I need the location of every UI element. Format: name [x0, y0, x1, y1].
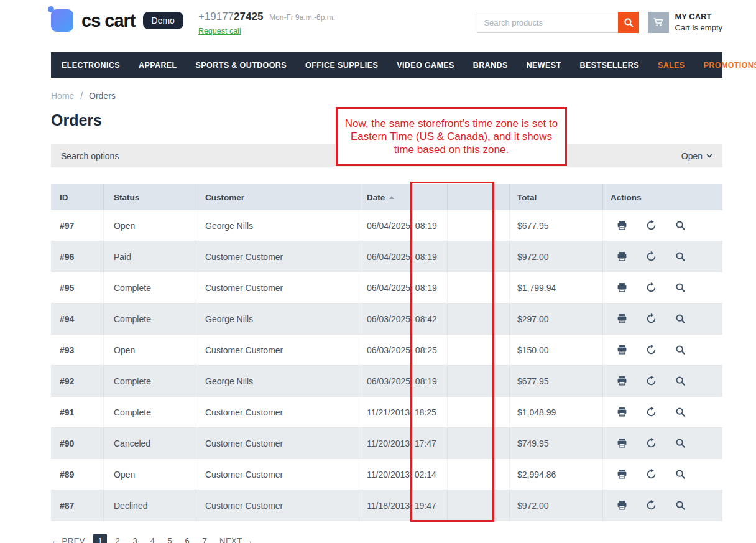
working-hours: Mon-Fr 9a.m.-6p.m. [269, 13, 335, 22]
chevron-down-icon [706, 154, 712, 158]
view-order-button[interactable] [675, 345, 686, 355]
search-button[interactable] [618, 12, 639, 33]
print-order-button[interactable] [617, 407, 627, 417]
pagination-prev[interactable]: ← PREV [51, 536, 85, 543]
nav-item-electronics[interactable]: ELECTRONICS [52, 61, 129, 70]
view-order-button[interactable] [675, 282, 686, 293]
pagination-page-1[interactable]: 1 [93, 534, 107, 543]
order-customer: George Nills [196, 210, 359, 241]
order-total: $297.00 [510, 304, 603, 335]
view-order-button[interactable] [675, 376, 686, 386]
order-actions [603, 304, 722, 335]
magnifier-icon [675, 251, 686, 262]
status-filter-dropdown[interactable]: Open [681, 151, 712, 161]
order-customer: Customer Customer [196, 272, 359, 304]
nav-item-promotions[interactable]: PROMOTIONS [694, 61, 756, 70]
reorder-button[interactable] [646, 438, 657, 448]
reorder-button[interactable] [646, 407, 657, 417]
print-order-button[interactable] [617, 438, 627, 448]
print-order-button[interactable] [617, 313, 627, 324]
order-date: 11/18/2013, 19:47 [359, 490, 448, 521]
search-icon [624, 17, 634, 28]
breadcrumb-home-link[interactable]: Home [51, 91, 74, 101]
view-order-button[interactable] [675, 438, 686, 448]
search-input[interactable] [477, 12, 618, 33]
column-header-customer[interactable]: Customer [196, 184, 359, 210]
nav-item-brands[interactable]: BRANDS [464, 61, 517, 70]
table-row: #97 Open George Nills 06/04/2025, 08:19 … [51, 210, 722, 241]
pagination-page-6[interactable]: 6 [180, 534, 194, 543]
pagination-page-4[interactable]: 4 [145, 534, 159, 543]
refresh-icon [646, 407, 657, 417]
order-spacer-cell [448, 272, 510, 304]
view-order-button[interactable] [675, 407, 686, 417]
reorder-button[interactable] [646, 469, 657, 480]
logo[interactable]: cs cart Demo [51, 9, 183, 32]
breadcrumb-current: Orders [89, 91, 116, 101]
nav-item-newest[interactable]: NEWEST [517, 61, 571, 70]
nav-item-bestsellers[interactable]: BESTSELLERS [571, 61, 648, 70]
order-total: $1,048.99 [510, 397, 603, 428]
order-status: Paid [104, 241, 196, 272]
print-order-button[interactable] [617, 500, 627, 511]
order-date: 11/20/2013, 02:14 [359, 459, 448, 490]
magnifier-icon [675, 407, 686, 417]
order-customer: Customer Customer [196, 241, 359, 272]
page-title: Orders [51, 111, 722, 129]
order-spacer-cell [448, 459, 510, 490]
order-id: #96 [51, 241, 104, 272]
search-options-bar[interactable]: Search options Open [51, 144, 722, 167]
column-header-total[interactable]: Total [510, 184, 603, 210]
order-status: Open [104, 210, 196, 241]
view-order-button[interactable] [675, 220, 686, 231]
column-header-status[interactable]: Status [104, 184, 196, 210]
reorder-button[interactable] [646, 313, 657, 324]
print-order-button[interactable] [617, 469, 627, 480]
table-row: #96 Paid Customer Customer 06/04/2025, 0… [51, 241, 722, 272]
order-id: #91 [51, 397, 104, 428]
column-header-spacer [448, 184, 510, 210]
nav-item-sports-outdoors[interactable]: SPORTS & OUTDOORS [187, 61, 296, 70]
request-call-link[interactable]: Request call [198, 27, 241, 35]
column-header-date[interactable]: Date [359, 184, 448, 210]
reorder-button[interactable] [646, 282, 657, 293]
mini-cart[interactable]: MY CART Cart is empty [648, 12, 722, 33]
pagination-page-3[interactable]: 3 [128, 534, 142, 543]
printer-icon [617, 345, 627, 355]
reorder-button[interactable] [646, 500, 657, 511]
pagination-next[interactable]: NEXT → [219, 536, 253, 543]
view-order-button[interactable] [675, 313, 686, 324]
print-order-button[interactable] [617, 282, 627, 293]
nav-item-video-games[interactable]: VIDEO GAMES [387, 61, 464, 70]
nav-item-office-supplies[interactable]: OFFICE SUPPLIES [296, 61, 387, 70]
reorder-button[interactable] [646, 345, 657, 355]
view-order-button[interactable] [675, 500, 686, 511]
refresh-icon [646, 345, 657, 355]
view-order-button[interactable] [675, 469, 686, 480]
print-order-button[interactable] [617, 251, 627, 262]
reorder-button[interactable] [646, 220, 657, 231]
pagination-page-5[interactable]: 5 [163, 534, 177, 543]
view-order-button[interactable] [675, 251, 686, 262]
printer-icon [617, 313, 627, 324]
column-header-actions: Actions [603, 184, 722, 210]
print-order-button[interactable] [617, 376, 627, 386]
order-actions [603, 241, 722, 272]
column-header-id[interactable]: ID [51, 184, 104, 210]
print-order-button[interactable] [617, 220, 627, 231]
reorder-button[interactable] [646, 251, 657, 262]
order-actions [603, 210, 722, 241]
nav-item-apparel[interactable]: APPAREL [129, 61, 187, 70]
pagination-page-7[interactable]: 7 [198, 534, 211, 543]
pagination-page-2[interactable]: 2 [111, 534, 124, 543]
print-order-button[interactable] [617, 345, 627, 355]
order-actions [603, 272, 722, 304]
reorder-button[interactable] [646, 376, 657, 386]
order-status: Complete [104, 272, 196, 304]
order-date: 06/03/2025, 08:19 [359, 366, 448, 397]
nav-item-sales[interactable]: SALES [648, 61, 694, 70]
logo-icon [51, 9, 73, 32]
phone-number: +1917727425 Mon-Fr 9a.m.-6p.m. [198, 11, 335, 23]
product-search [477, 12, 639, 33]
magnifier-icon [675, 313, 686, 324]
